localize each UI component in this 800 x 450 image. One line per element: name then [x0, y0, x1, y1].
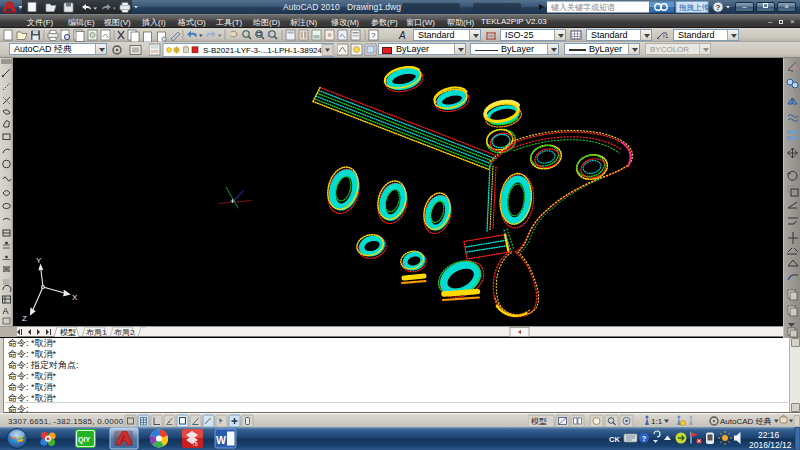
svg-text:X: X [72, 293, 78, 302]
svg-text:2016/12/12: 2016/12/12 [749, 440, 792, 450]
svg-text:?: ? [716, 3, 721, 12]
svg-text:模型: 模型 [60, 328, 76, 337]
svg-text:22:16: 22:16 [758, 430, 780, 440]
svg-text:CK: CK [609, 435, 620, 444]
svg-text:?: ? [642, 434, 647, 443]
svg-text:W: W [216, 434, 226, 446]
svg-text:AutoCAD 经典: AutoCAD 经典 [720, 417, 772, 426]
svg-text:Z: Z [22, 314, 27, 323]
svg-text:布局2: 布局2 [114, 328, 135, 337]
svg-text:r1: r1 [663, 33, 669, 39]
svg-text:A: A [398, 30, 406, 41]
svg-text:模型: 模型 [531, 417, 547, 426]
svg-text:拖拽上传: 拖拽上传 [678, 3, 710, 12]
svg-text:Y: Y [36, 256, 42, 265]
svg-text:?: ? [371, 31, 376, 40]
svg-text:1:1: 1:1 [651, 417, 663, 426]
svg-text:键入关键字或短语: 键入关键字或短语 [550, 3, 615, 12]
svg-text:S-B2021-LYF-3-...1-LPH-1-38924: S-B2021-LYF-3-...1-LPH-1-389242 [203, 46, 327, 55]
svg-text:TB: TB [192, 442, 198, 447]
svg-text:布局1: 布局1 [86, 328, 107, 337]
svg-text:QIY: QIY [78, 436, 90, 444]
svg-text:A: A [3, 306, 9, 316]
